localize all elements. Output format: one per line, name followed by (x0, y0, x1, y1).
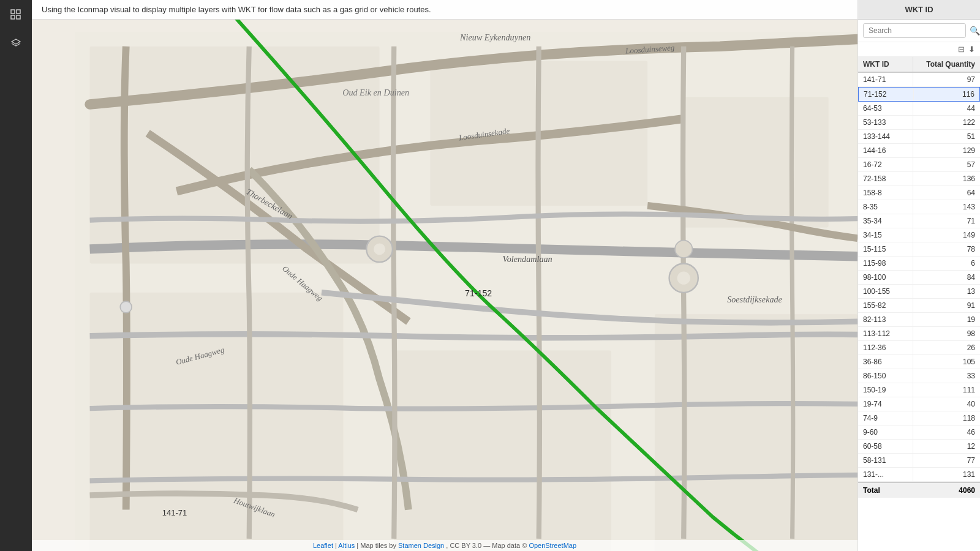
table-row[interactable]: 19-7440 (858, 397, 980, 411)
svg-rect-1 (17, 10, 20, 13)
footer-total: 4060 (913, 483, 980, 498)
svg-text:141-71: 141-71 (162, 508, 187, 517)
cell-total-qty: 64 (913, 186, 980, 200)
table-row[interactable]: 9-6046 (858, 425, 980, 440)
table-row[interactable]: 86-15033 (858, 369, 980, 383)
table-row[interactable]: 150-19111 (858, 383, 980, 397)
info-bar: Using the Iconmap visual to display mult… (32, 0, 858, 20)
grid-icon[interactable] (6, 5, 26, 24)
cell-total-qty: 105 (913, 355, 980, 369)
table-row[interactable]: 15-11578 (858, 242, 980, 257)
table-row[interactable]: 100-15513 (858, 285, 980, 299)
panel-title: WKT ID (858, 0, 980, 20)
cell-wkt-id: 158-8 (858, 186, 913, 200)
table-row[interactable]: 71-152116 (858, 87, 980, 102)
table-row[interactable]: 133-14451 (858, 130, 980, 144)
cell-wkt-id: 36-86 (858, 355, 913, 369)
cell-total-qty: 122 (913, 116, 980, 129)
cell-wkt-id: 131-... (858, 468, 913, 481)
svg-text:Soestdijksekade: Soestdijksekade (727, 294, 782, 304)
cell-wkt-id: 115-98 (858, 257, 913, 270)
table-row[interactable]: 53-133122 (858, 116, 980, 130)
cell-total-qty: 129 (913, 144, 980, 157)
cell-total-qty: 143 (913, 200, 980, 214)
cell-total-qty: 44 (913, 102, 980, 115)
leaflet-link[interactable]: Leaflet (313, 542, 333, 549)
main-content: Using the Iconmap visual to display mult… (32, 0, 858, 551)
svg-rect-8 (684, 97, 828, 228)
cell-wkt-id: 64-53 (858, 102, 913, 115)
cell-wkt-id: 34-15 (858, 228, 913, 242)
search-input[interactable] (863, 23, 966, 38)
table-row[interactable]: 16-7257 (858, 158, 980, 172)
table-row[interactable]: 35-3471 (858, 214, 980, 228)
cell-total-qty: 77 (913, 454, 980, 467)
table-row[interactable]: 155-8291 (858, 299, 980, 313)
table-row[interactable]: 141-7197 (858, 73, 980, 87)
filter-icon[interactable]: ⊟ (958, 45, 965, 54)
footer-label: Total (858, 483, 913, 498)
cell-wkt-id: 155-82 (858, 299, 913, 312)
table-row[interactable]: 131-...131 (858, 468, 980, 482)
cell-wkt-id: 150-19 (858, 383, 913, 397)
map-tiles-text: | Map tiles by (356, 542, 398, 549)
table-row[interactable]: 8-35143 (858, 200, 980, 214)
cell-wkt-id: 9-60 (858, 425, 913, 439)
cell-total-qty: 98 (913, 327, 980, 340)
layers-icon[interactable] (6, 32, 26, 51)
table-row[interactable]: 36-86105 (858, 355, 980, 369)
cell-wkt-id: 82-113 (858, 313, 913, 326)
table-row[interactable]: 98-10084 (858, 271, 980, 285)
column-header-wkt-id: WKT ID (858, 57, 913, 72)
table-row[interactable]: 34-15149 (858, 228, 980, 242)
cell-wkt-id: 19-74 (858, 397, 913, 411)
cell-wkt-id: 72-158 (858, 172, 913, 186)
svg-text:71-152: 71-152 (465, 288, 492, 298)
cell-wkt-id: 15-115 (858, 242, 913, 256)
cell-total-qty: 46 (913, 425, 980, 439)
table-row[interactable]: 115-986 (858, 257, 980, 271)
table-row[interactable]: 112-3626 (858, 341, 980, 355)
cell-wkt-id: 112-36 (858, 341, 913, 354)
search-icon[interactable]: 🔍 (968, 24, 980, 37)
cell-wkt-id: 16-72 (858, 158, 913, 171)
osm-link[interactable]: OpenStreetMap (529, 542, 576, 549)
svg-text:Oud Eik en Duinen: Oud Eik en Duinen (342, 88, 409, 97)
cell-total-qty: 13 (913, 285, 980, 298)
cell-wkt-id: 100-155 (858, 285, 913, 298)
cell-total-qty: 12 (913, 440, 980, 453)
table-row[interactable]: 113-11298 (858, 327, 980, 341)
cell-total-qty: 91 (913, 299, 980, 312)
cell-total-qty: 149 (913, 228, 980, 242)
search-row: 🔍 (858, 20, 980, 42)
cell-total-qty: 116 (914, 88, 979, 101)
svg-point-13 (374, 243, 385, 255)
cell-total-qty: 118 (913, 411, 980, 425)
map-data-text: — Map data © (483, 542, 529, 549)
cell-total-qty: 51 (913, 130, 980, 143)
cell-total-qty: 111 (913, 383, 980, 397)
filter-row: ⊟ ⬇ (858, 42, 980, 57)
table-row[interactable]: 82-11319 (858, 313, 980, 327)
cell-wkt-id: 74-9 (858, 411, 913, 425)
svg-point-15 (677, 272, 690, 285)
table-row[interactable]: 144-16129 (858, 144, 980, 158)
sidebar-left (0, 0, 32, 551)
table-row[interactable]: 60-5812 (858, 440, 980, 454)
cell-wkt-id: 60-58 (858, 440, 913, 453)
map-container[interactable]: Nieuw Eykenduynen Loosduinseweg Oud Eik … (32, 20, 858, 551)
svg-rect-10 (394, 350, 611, 551)
table-row[interactable]: 64-5344 (858, 102, 980, 116)
table-row[interactable]: 72-158136 (858, 172, 980, 186)
download-icon[interactable]: ⬇ (968, 45, 975, 54)
cell-total-qty: 136 (913, 172, 980, 186)
cell-total-qty: 33 (913, 369, 980, 383)
table-row[interactable]: 58-13177 (858, 454, 980, 468)
altius-link[interactable]: Altius (338, 542, 355, 549)
svg-rect-2 (11, 15, 15, 19)
table-row[interactable]: 74-9118 (858, 411, 980, 425)
table-row[interactable]: 158-864 (858, 186, 980, 200)
table-footer: Total 4060 (858, 482, 980, 498)
stamen-link[interactable]: Stamen Design (398, 542, 444, 549)
cell-total-qty: 40 (913, 397, 980, 411)
